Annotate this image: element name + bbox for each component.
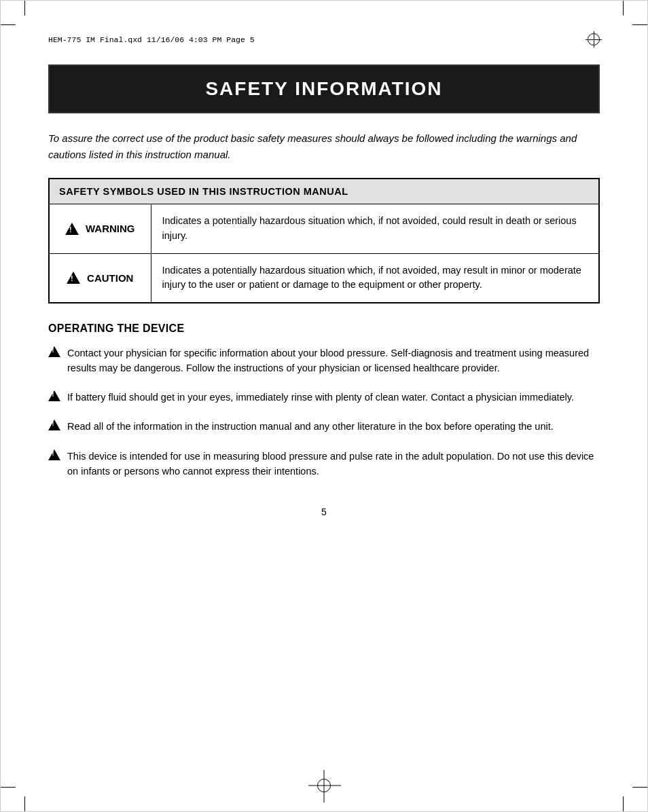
- table-header-row: SAFETY SYMBOLS USED IN THIS INSTRUCTION …: [49, 179, 599, 204]
- bottom-registration: [317, 779, 331, 792]
- content-area: HEM-775 IM Final.qxd 11/16/06 4:03 PM Pa…: [1, 7, 647, 545]
- registration-mark-top: [588, 33, 600, 45]
- list-item-text-2: If battery fluid should get in your eyes…: [67, 390, 574, 405]
- list-item: If battery fluid should get in your eyes…: [48, 390, 600, 405]
- list-item-text-1: Contact your physician for specific info…: [67, 346, 600, 376]
- triangle-icon: [48, 390, 60, 401]
- operating-section-heading: OPERATING THE DEVICE: [48, 322, 600, 335]
- table-header-cell: SAFETY SYMBOLS USED IN THIS INSTRUCTION …: [49, 179, 599, 204]
- warning-label: WARNING: [60, 223, 140, 235]
- warning-symbol-cell: WARNING: [49, 204, 151, 254]
- list-item-text-3: Read all of the information in the instr…: [67, 419, 554, 434]
- warning-text: WARNING: [86, 223, 135, 234]
- caution-list: Contact your physician for specific info…: [48, 346, 600, 479]
- triangle-icon: [48, 420, 60, 430]
- list-triangle-icon-1: [48, 346, 60, 361]
- triangle-icon: [48, 346, 60, 357]
- list-item: Contact your physician for specific info…: [48, 346, 600, 376]
- page-header: HEM-775 IM Final.qxd 11/16/06 4:03 PM Pa…: [48, 28, 600, 51]
- page-container: HEM-775 IM Final.qxd 11/16/06 4:03 PM Pa…: [0, 0, 648, 812]
- caution-desc-cell: Indicates a potentially hazardous situat…: [151, 253, 599, 303]
- safety-symbols-table: SAFETY SYMBOLS USED IN THIS INSTRUCTION …: [48, 178, 600, 303]
- intro-paragraph: To assure the correct use of the product…: [48, 130, 600, 163]
- list-triangle-icon-3: [48, 420, 60, 435]
- caution-symbol-cell: CAUTION: [49, 253, 151, 303]
- page-number: 5: [48, 506, 600, 517]
- list-triangle-icon-4: [48, 449, 60, 464]
- warning-row: WARNING Indicates a potentially hazardou…: [49, 204, 599, 254]
- list-item: Read all of the information in the instr…: [48, 419, 600, 435]
- list-triangle-icon-2: [48, 390, 60, 405]
- safety-title: SAFETY INFORMATION: [63, 78, 585, 100]
- caution-label: CAUTION: [60, 272, 140, 284]
- caution-text: CAUTION: [87, 272, 133, 284]
- warning-desc-cell: Indicates a potentially hazardous situat…: [151, 204, 599, 254]
- caution-row: CAUTION Indicates a potentially hazardou…: [49, 253, 599, 303]
- warning-triangle-icon: [65, 223, 79, 235]
- triangle-icon: [48, 449, 60, 460]
- safety-title-box: SAFETY INFORMATION: [48, 64, 600, 113]
- caution-triangle-icon: [67, 272, 80, 284]
- list-item: This device is intended for use in measu…: [48, 449, 600, 479]
- header-file-info: HEM-775 IM Final.qxd 11/16/06 4:03 PM Pa…: [48, 35, 255, 44]
- list-item-text-4: This device is intended for use in measu…: [67, 449, 600, 479]
